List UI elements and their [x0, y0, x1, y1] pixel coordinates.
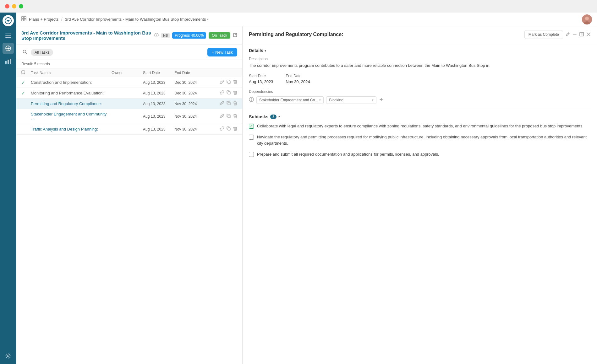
minimize-button[interactable] — [12, 4, 16, 8]
nav-project-title[interactable]: 3rd Ave Corridor Improvements - Main to … — [65, 17, 209, 22]
task-end-date: Nov 30, 2024 — [174, 102, 206, 106]
col-start-date: Start Date — [143, 71, 174, 75]
subtasks-chevron-icon[interactable]: ▾ — [278, 115, 280, 118]
table-row[interactable]: Traffic Analysis and Design Planning: Au… — [16, 124, 242, 135]
action-icons — [206, 101, 237, 106]
copy-icon[interactable] — [227, 101, 231, 106]
close-panel-icon[interactable] — [586, 32, 591, 37]
delete-icon[interactable] — [233, 101, 237, 106]
subtask-item: Prepare and submit all required document… — [249, 151, 591, 158]
delete-icon[interactable] — [233, 114, 237, 119]
svg-rect-10 — [10, 59, 11, 64]
link-icon[interactable] — [220, 80, 224, 85]
svg-rect-23 — [228, 81, 230, 83]
action-icons — [206, 114, 237, 119]
link-icon[interactable] — [220, 126, 224, 132]
dependencies-label: Dependencies — [249, 89, 591, 94]
subtask-checkbox[interactable] — [249, 135, 254, 140]
copy-icon[interactable] — [227, 114, 231, 119]
new-task-button[interactable]: + New Task — [207, 48, 237, 56]
sidebar-item-crosshair[interactable] — [3, 43, 14, 54]
task-name-link[interactable]: Permitting and Regulatory Compliance: — [31, 101, 112, 106]
app-logo[interactable] — [3, 15, 14, 26]
task-name-text: Monitoring and Performance Evaluation: — [31, 91, 112, 95]
nav-plans-label[interactable]: Plans + Projects — [29, 17, 58, 22]
svg-rect-8 — [5, 61, 7, 64]
svg-rect-9 — [8, 60, 9, 64]
task-name-link[interactable]: Traffic Analysis and Design Planning: — [31, 127, 112, 131]
svg-line-19 — [235, 33, 237, 35]
app-wrapper: Plans + Projects / 3rd Ave Corridor Impr… — [0, 13, 597, 364]
edit-icon[interactable] — [566, 32, 570, 37]
svg-rect-14 — [22, 19, 24, 21]
col-owner: Owner — [112, 71, 143, 75]
project-title: 3rd Ave Corridor Improvements - Main to … — [21, 30, 152, 41]
col-task-name[interactable]: Task Name↓ — [31, 71, 112, 75]
maximize-button[interactable] — [19, 4, 23, 8]
dependency-task-select[interactable]: Stakeholder Engagement and Co... ▾ — [256, 96, 324, 104]
external-link-icon[interactable] — [233, 33, 237, 38]
svg-point-35 — [251, 100, 252, 101]
on-track-badge[interactable]: On Track — [209, 32, 230, 39]
action-icons — [206, 90, 237, 96]
sidebar-item-settings[interactable] — [3, 350, 14, 361]
search-icon[interactable] — [21, 48, 28, 56]
link-icon[interactable] — [220, 101, 224, 106]
progress-badge[interactable]: Progress 40.00% — [172, 32, 206, 39]
col-end-date: End Date — [174, 71, 206, 75]
task-start-date: Aug 13, 2023 — [143, 91, 174, 95]
svg-rect-26 — [228, 115, 230, 118]
subtask-checkbox[interactable] — [249, 152, 254, 157]
start-date-label: Start Date — [249, 74, 273, 78]
table-row[interactable]: ✓ Construction and Implementation: Aug 1… — [16, 77, 242, 88]
sidebar-item-chart[interactable] — [3, 55, 14, 67]
task-name-link[interactable]: Stakeholder Engagement and Community … — [31, 112, 112, 121]
copy-icon[interactable] — [227, 90, 231, 96]
subtask-checkbox[interactable]: ✓ — [249, 124, 254, 129]
svg-point-11 — [7, 355, 9, 357]
close-button[interactable] — [5, 4, 9, 8]
dep-navigate-icon[interactable] — [379, 97, 383, 103]
subtasks-header: Subtasks 3 ▾ — [249, 114, 591, 119]
expand-icon[interactable] — [579, 32, 584, 37]
details-section: Details ▾ Description The corridor impro… — [249, 48, 591, 84]
delete-icon[interactable] — [233, 90, 237, 96]
user-avatar[interactable] — [582, 14, 592, 24]
link-icon[interactable] — [220, 90, 224, 96]
task-start-date: Aug 13, 2023 — [143, 127, 174, 131]
content-split: 3rd Ave Corridor Improvements - Main to … — [16, 26, 597, 364]
dependency-type-select[interactable]: Blocking ▾ — [326, 96, 376, 104]
task-end-date: Dec 30, 2024 — [174, 80, 206, 85]
task-end-date: Dec 30, 2024 — [174, 91, 206, 95]
dependencies-section: Dependencies Stakeholder Engagement and … — [249, 89, 591, 104]
toolbar: All Tasks + New Task — [16, 45, 242, 60]
sidebar — [0, 13, 16, 364]
sidebar-item-menu[interactable] — [3, 30, 14, 41]
table-row[interactable]: Permitting and Regulatory Compliance: Au… — [16, 99, 242, 109]
top-nav: Plans + Projects / 3rd Ave Corridor Impr… — [16, 13, 597, 26]
details-toggle[interactable]: Details ▾ — [249, 48, 591, 53]
svg-rect-22 — [22, 71, 25, 74]
task-start-date: Aug 13, 2023 — [143, 80, 174, 85]
copy-icon[interactable] — [227, 126, 231, 132]
table-row[interactable]: ✓ Monitoring and Performance Evaluation:… — [16, 88, 242, 99]
start-date-col: Start Date Aug 13, 2023 — [249, 74, 273, 84]
info-icon[interactable]: ⓘ — [154, 33, 159, 38]
right-header-icons — [566, 32, 591, 37]
delete-icon[interactable] — [233, 126, 237, 132]
nav-chevron-icon[interactable]: ▾ — [207, 18, 209, 21]
delete-icon[interactable] — [233, 80, 237, 85]
dep-task-chevron-icon: ▾ — [319, 99, 321, 102]
table-header: Task Name↓ Owner Start Date End Date — [16, 68, 242, 77]
action-icons — [206, 80, 237, 85]
details-chevron-icon: ▾ — [265, 49, 266, 52]
subtask-text: Prepare and submit all required document… — [257, 151, 439, 158]
task-start-date: Aug 13, 2023 — [143, 102, 174, 106]
table-row[interactable]: Stakeholder Engagement and Community … A… — [16, 109, 242, 124]
copy-icon[interactable] — [227, 80, 231, 85]
all-tasks-button[interactable]: All Tasks — [31, 49, 53, 56]
minimize-panel-icon[interactable] — [572, 32, 577, 37]
description-label: Description — [249, 57, 591, 61]
link-icon[interactable] — [220, 114, 224, 119]
mark-complete-button[interactable]: Mark as Complete — [524, 30, 563, 39]
